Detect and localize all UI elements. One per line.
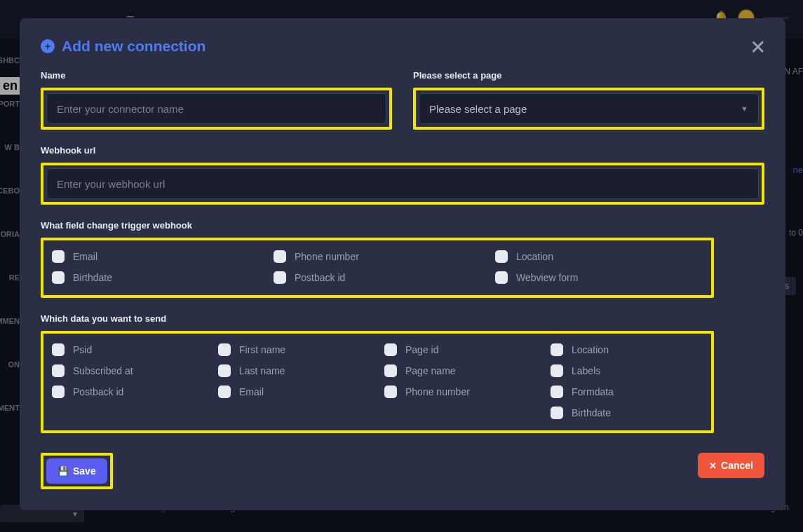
highlight-box: Email Phone number Location Birthdate Po… <box>41 238 714 298</box>
highlight-box: Psid First name Page id Location Subscri… <box>41 331 714 433</box>
cancel-button-label: Cancel <box>721 460 753 471</box>
highlight-box <box>41 163 764 205</box>
checkbox[interactable] <box>274 271 286 284</box>
trigger-item: Email <box>52 250 259 263</box>
senddata-item: Psid <box>52 343 204 356</box>
checkbox[interactable] <box>384 364 397 377</box>
highlight-box <box>41 88 392 130</box>
modal-title-text: Add new connection <box>62 38 205 55</box>
senddata-item: Labels <box>551 364 703 377</box>
triggers-grid: Email Phone number Location Birthdate Po… <box>46 243 708 292</box>
senddata-item: Formdata <box>551 386 703 398</box>
checkbox[interactable] <box>551 386 563 398</box>
checkbox-label: Postback id <box>73 386 123 397</box>
checkbox[interactable] <box>52 343 65 356</box>
senddata-item: Birthdate <box>551 407 703 419</box>
senddata-item: Subscribed at <box>52 364 204 377</box>
checkbox-label: Last name <box>239 365 285 376</box>
checkbox-label: Page name <box>405 365 456 376</box>
checkbox-label: Formdata <box>572 386 614 397</box>
page-label: Please select a page <box>413 70 764 81</box>
checkbox[interactable] <box>218 343 231 356</box>
name-input[interactable] <box>46 93 386 124</box>
senddata-item: Location <box>551 343 703 356</box>
checkbox-label: Postback id <box>295 272 345 283</box>
page-select[interactable]: Please select a page ▼ <box>419 93 759 124</box>
checkbox-label: Subscribed at <box>73 365 133 376</box>
checkbox[interactable] <box>218 364 231 377</box>
highlight-box: 💾 Save <box>41 453 113 489</box>
save-button-label: Save <box>73 465 96 477</box>
senddata-grid: Psid First name Page id Location Subscri… <box>46 336 708 428</box>
webhook-input[interactable] <box>46 168 759 199</box>
checkbox[interactable] <box>52 271 65 284</box>
page-select-value: Please select a page <box>429 103 527 115</box>
senddata-item: First name <box>218 343 370 356</box>
save-button[interactable]: 💾 Save <box>46 458 107 484</box>
senddata-item: Last name <box>218 364 370 377</box>
trigger-item: Postback id <box>274 271 481 284</box>
webhook-label: Webhook url <box>41 145 764 156</box>
checkbox[interactable] <box>495 250 508 263</box>
checkbox[interactable] <box>52 386 65 398</box>
trigger-item: Webview form <box>495 271 703 284</box>
checkbox-label: Email <box>239 386 264 397</box>
checkbox[interactable] <box>218 386 231 398</box>
modal-actions: 💾 Save ✕ Cancel <box>41 453 764 489</box>
senddata-item: Phone number <box>384 386 537 398</box>
chevron-down-icon: ▼ <box>741 104 748 113</box>
checkbox[interactable] <box>384 386 397 398</box>
senddata-item: Email <box>218 386 370 398</box>
checkbox[interactable] <box>551 407 563 419</box>
triggers-label: What field change trigger webhook <box>41 220 764 231</box>
close-icon[interactable]: ✕ <box>750 38 766 57</box>
checkbox-label: Location <box>572 344 609 355</box>
checkbox-label: Page id <box>405 344 438 355</box>
senddata-item: Page name <box>384 364 537 377</box>
trigger-item: Phone number <box>274 250 481 263</box>
checkbox-label: Email <box>73 251 97 262</box>
checkbox[interactable] <box>52 364 65 377</box>
trigger-item: Location <box>495 250 703 263</box>
checkbox[interactable] <box>384 343 397 356</box>
checkbox-label: Location <box>516 251 553 262</box>
highlight-box: Please select a page ▼ <box>413 88 764 130</box>
checkbox-label: Birthdate <box>73 272 112 283</box>
senddata-item: Postback id <box>52 386 204 398</box>
senddata-label: Which data you want to send <box>41 313 764 324</box>
checkbox-label: First name <box>239 344 285 355</box>
plus-circle-icon: + <box>41 39 55 53</box>
checkbox-label: Phone number <box>295 251 359 262</box>
close-icon: ✕ <box>709 461 717 471</box>
name-label: Name <box>41 70 392 81</box>
save-icon: 💾 <box>58 466 69 477</box>
modal-title: + Add new connection <box>41 38 764 55</box>
checkbox-label: Labels <box>572 365 600 376</box>
checkbox[interactable] <box>551 364 563 377</box>
senddata-item: Page id <box>384 343 537 356</box>
trigger-item: Birthdate <box>52 271 259 284</box>
cancel-button[interactable]: ✕ Cancel <box>698 453 764 478</box>
checkbox-label: Webview form <box>516 272 578 283</box>
checkbox[interactable] <box>495 271 508 284</box>
checkbox-label: Birthdate <box>572 407 611 418</box>
checkbox[interactable] <box>52 250 65 263</box>
checkbox[interactable] <box>274 250 286 263</box>
add-connection-modal: + Add new connection ✕ Name Please selec… <box>20 18 785 510</box>
checkbox-label: Phone number <box>405 386 470 397</box>
checkbox-label: Psid <box>73 344 92 355</box>
checkbox[interactable] <box>551 343 563 356</box>
